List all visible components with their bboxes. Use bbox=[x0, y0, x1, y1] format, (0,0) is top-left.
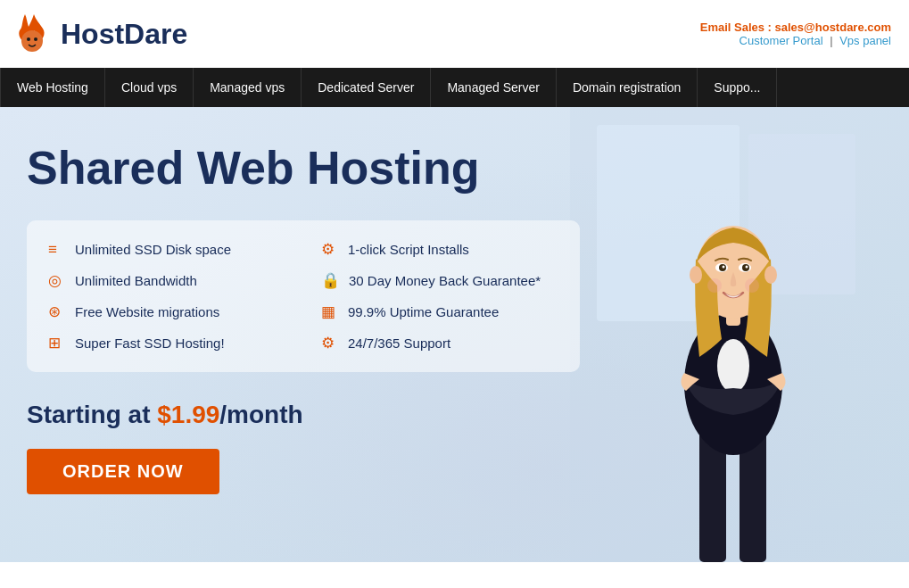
feature-script-installs: ⚙ 1-click Script Installs bbox=[321, 240, 558, 259]
svg-point-1 bbox=[27, 37, 30, 41]
hero-section: Shared Web Hosting ≡ Unlimited SSD Disk … bbox=[0, 107, 909, 562]
feature-ssd-hosting-text: Super Fast SSD Hosting! bbox=[75, 335, 225, 351]
logo-text: HostDare bbox=[61, 18, 187, 51]
script-installs-icon: ⚙ bbox=[321, 240, 339, 259]
support-icon: ⚙ bbox=[321, 334, 339, 352]
link-separator: | bbox=[830, 34, 832, 47]
ssd-disk-icon: ≡ bbox=[48, 241, 66, 259]
nav-item-web-hosting[interactable]: Web Hosting bbox=[0, 68, 105, 107]
feature-ssd-hosting: ⊞ Super Fast SSD Hosting! bbox=[48, 334, 285, 352]
feature-money-back-text: 30 Day Money Back Guarantee* bbox=[349, 273, 541, 288]
feature-ssd-disk-text: Unlimited SSD Disk space bbox=[75, 242, 231, 257]
feature-script-installs-text: 1-click Script Installs bbox=[348, 242, 469, 257]
feature-migrations-text: Free Website migrations bbox=[75, 304, 219, 319]
pricing-text: Starting at bbox=[27, 401, 157, 428]
feature-money-back: 🔒 30 Day Money Back Guarantee* bbox=[321, 271, 558, 290]
feature-bandwidth-text: Unlimited Bandwidth bbox=[75, 273, 197, 288]
nav-item-support[interactable]: Suppo... bbox=[698, 68, 777, 107]
uptime-icon: ▦ bbox=[321, 302, 339, 321]
features-grid: ≡ Unlimited SSD Disk space ⚙ 1-click Scr… bbox=[27, 220, 580, 372]
feature-migrations: ⊛ Free Website migrations bbox=[48, 302, 285, 321]
svg-point-9 bbox=[717, 339, 749, 393]
feature-ssd-disk: ≡ Unlimited SSD Disk space bbox=[48, 240, 285, 259]
main-nav: Web Hosting Cloud vps Managed vps Dedica… bbox=[0, 68, 909, 107]
header-contact: Email Sales : sales@hostdare.com Custome… bbox=[700, 21, 891, 47]
svg-point-18 bbox=[707, 278, 722, 293]
hero-content: Shared Web Hosting ≡ Unlimited SSD Disk … bbox=[0, 107, 607, 521]
migrations-icon: ⊛ bbox=[48, 302, 66, 321]
order-now-button[interactable]: ORDER NOW bbox=[27, 449, 219, 494]
bandwidth-icon: ◎ bbox=[48, 271, 66, 290]
feature-uptime-text: 99.9% Uptime Guarantee bbox=[348, 304, 499, 319]
pricing-price: $1.99 bbox=[157, 401, 219, 428]
money-back-icon: 🔒 bbox=[321, 271, 340, 290]
svg-point-0 bbox=[21, 30, 43, 52]
hero-title: Shared Web Hosting bbox=[27, 143, 580, 194]
ssd-hosting-icon: ⊞ bbox=[48, 334, 66, 352]
logo[interactable]: HostDare bbox=[9, 11, 187, 57]
feature-bandwidth: ◎ Unlimited Bandwidth bbox=[48, 271, 285, 290]
header-links: Customer Portal | Vps panel bbox=[700, 34, 891, 47]
customer-portal-link[interactable]: Customer Portal bbox=[740, 34, 823, 47]
svg-point-19 bbox=[745, 278, 759, 293]
svg-point-16 bbox=[723, 266, 725, 269]
nav-item-managed-vps[interactable]: Managed vps bbox=[194, 68, 302, 107]
woman-illustration bbox=[570, 107, 909, 562]
nav-item-domain-registration[interactable]: Domain registration bbox=[557, 68, 698, 107]
svg-point-20 bbox=[690, 266, 702, 284]
nav-item-cloud-vps[interactable]: Cloud vps bbox=[105, 68, 194, 107]
vps-panel-link[interactable]: Vps panel bbox=[839, 34, 891, 47]
feature-support: ⚙ 24/7/365 Support bbox=[321, 334, 558, 352]
hero-image bbox=[570, 107, 909, 562]
feature-uptime: ▦ 99.9% Uptime Guarantee bbox=[321, 302, 558, 321]
svg-point-2 bbox=[34, 37, 37, 41]
header: HostDare Email Sales : sales@hostdare.co… bbox=[0, 0, 909, 68]
svg-point-21 bbox=[764, 266, 777, 284]
pricing: Starting at $1.99/month bbox=[27, 401, 580, 429]
svg-point-17 bbox=[746, 266, 748, 269]
email-sales-line: Email Sales : sales@hostdare.com bbox=[700, 21, 891, 34]
logo-icon bbox=[9, 11, 55, 57]
pricing-suffix: /month bbox=[219, 401, 302, 428]
nav-item-managed-server[interactable]: Managed Server bbox=[431, 68, 557, 107]
feature-support-text: 24/7/365 Support bbox=[348, 335, 450, 351]
email-address[interactable]: sales@hostdare.com bbox=[775, 21, 891, 34]
nav-item-dedicated-server[interactable]: Dedicated Server bbox=[302, 68, 431, 107]
email-sales-label: Email Sales : bbox=[700, 21, 775, 34]
